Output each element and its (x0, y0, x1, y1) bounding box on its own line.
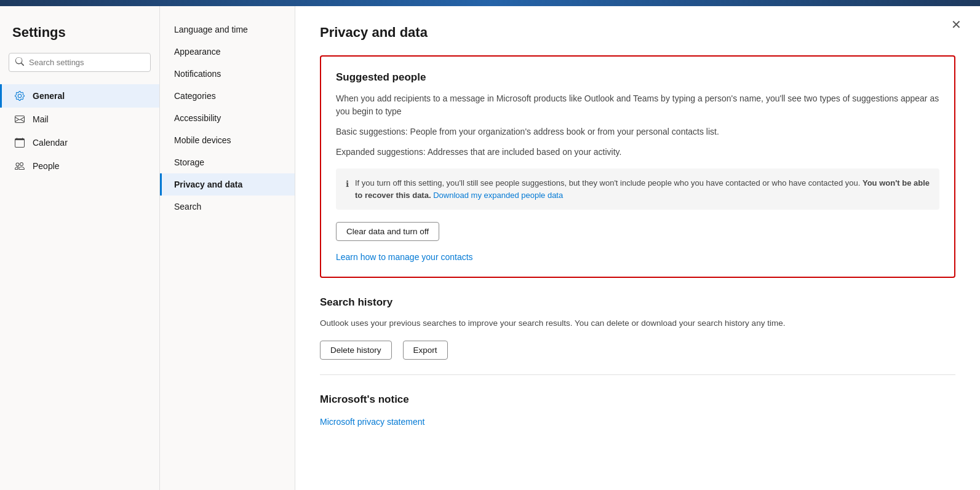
app-container: Settings General (0, 6, 980, 490)
search-box[interactable] (9, 53, 151, 72)
sidebar-item-people[interactable]: People (0, 154, 159, 178)
sidebar-title: Settings (0, 18, 159, 53)
delete-history-button[interactable]: Delete history (320, 341, 392, 360)
microsoft-notice-title: Microsoft's notice (320, 393, 955, 406)
top-bar (0, 0, 980, 6)
microsoft-notice-section: Microsoft's notice Microsoft privacy sta… (320, 393, 955, 441)
search-history-buttons: Delete history Export (320, 338, 955, 360)
mail-icon (14, 114, 25, 125)
suggested-people-section: Suggested people When you add recipients… (320, 55, 955, 278)
suggested-people-desc2: Basic suggestions: People from your orga… (336, 125, 939, 138)
people-icon (14, 160, 25, 172)
info-box: ℹ If you turn off this setting, you'll s… (336, 168, 939, 210)
suggested-people-desc3: Expanded suggestions: Addresses that are… (336, 146, 939, 159)
info-text: If you turn off this setting, you'll sti… (355, 177, 930, 201)
suggested-people-title: Suggested people (336, 71, 939, 84)
search-icon (15, 57, 24, 68)
subnav-item-mobile[interactable]: Mobile devices (160, 129, 295, 151)
subnav-item-storage[interactable]: Storage (160, 151, 295, 173)
info-text-before: If you turn off this setting, you'll sti… (355, 178, 862, 188)
subnav-item-categories[interactable]: Categories (160, 85, 295, 107)
search-history-section: Search history Outlook uses your previou… (320, 296, 955, 375)
sidebar-item-label-mail: Mail (33, 114, 49, 124)
subnav-item-accessibility[interactable]: Accessibility (160, 107, 295, 129)
subnav: Language and time Appearance Notificatio… (160, 6, 295, 490)
export-button[interactable]: Export (403, 341, 448, 360)
subnav-item-notifications[interactable]: Notifications (160, 63, 295, 85)
info-icon: ℹ (346, 178, 349, 201)
sidebar-item-label-calendar: Calendar (33, 138, 68, 148)
subnav-item-privacy[interactable]: Privacy and data (160, 173, 295, 196)
calendar-icon (14, 137, 25, 148)
learn-contacts-link[interactable]: Learn how to manage your contacts (336, 252, 939, 262)
subnav-item-appearance[interactable]: Appearance (160, 41, 295, 63)
main-content: ✕ Privacy and data Suggested people When… (295, 6, 980, 490)
search-history-title: Search history (320, 296, 955, 309)
sidebar-item-general[interactable]: General (0, 84, 159, 108)
privacy-statement-link[interactable]: Microsoft privacy statement (320, 417, 955, 427)
sidebar-item-calendar[interactable]: Calendar (0, 131, 159, 154)
suggested-people-desc1: When you add recipients to a message in … (336, 92, 939, 118)
close-button[interactable]: ✕ (951, 18, 962, 31)
sidebar-item-label-general: General (33, 91, 65, 101)
subnav-item-search[interactable]: Search (160, 196, 295, 218)
gear-icon (14, 90, 25, 101)
sidebar: Settings General (0, 6, 160, 490)
download-expanded-link[interactable]: Download my expanded people data (433, 191, 563, 200)
sidebar-item-label-people: People (33, 161, 60, 171)
search-history-desc: Outlook uses your previous searches to i… (320, 317, 955, 330)
sidebar-item-mail[interactable]: Mail (0, 108, 159, 131)
page-title: Privacy and data (320, 25, 955, 41)
clear-data-button[interactable]: Clear data and turn off (336, 222, 439, 241)
search-input[interactable] (29, 58, 144, 67)
subnav-item-language[interactable]: Language and time (160, 18, 295, 41)
